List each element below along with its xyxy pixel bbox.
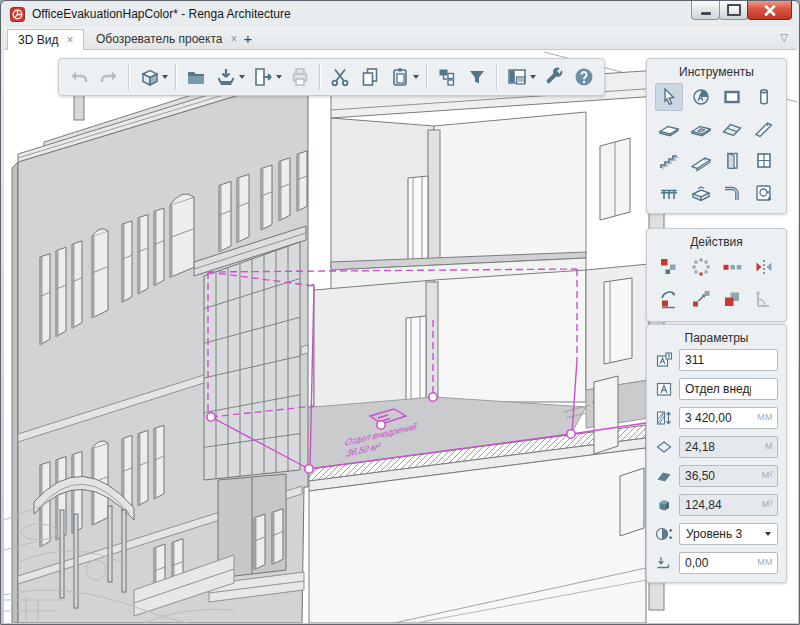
filter-icon [465, 65, 489, 89]
tool-window-button[interactable] [750, 147, 778, 175]
minimize-icon [701, 12, 711, 15]
tool-select-button[interactable] [655, 83, 683, 111]
panels-layout-button[interactable] [502, 62, 532, 92]
tab-project-explorer[interactable]: Обозреватель проекта × [85, 29, 248, 49]
room-name-input[interactable] [679, 378, 778, 400]
param-row-name [655, 378, 778, 400]
action-circular-array-button[interactable] [687, 253, 715, 281]
beam-icon [752, 117, 776, 141]
room-number-icon [655, 351, 673, 369]
window-icon [752, 149, 776, 173]
tool-ramp-button[interactable] [687, 147, 715, 175]
tools-panel-title: Инструменты [647, 59, 786, 83]
copy-object-icon [720, 287, 744, 311]
export-dropdown-icon[interactable] [276, 75, 282, 79]
tool-beam-button[interactable] [750, 115, 778, 143]
level-value: Уровень 3 [686, 527, 742, 541]
action-copy-object-button[interactable] [718, 285, 746, 313]
filter-button[interactable] [462, 62, 492, 92]
tool-wall-button[interactable] [718, 83, 746, 111]
action-move-button[interactable] [655, 253, 683, 281]
floor-icon [657, 117, 681, 141]
circular-array-icon [689, 255, 713, 279]
move-icon [657, 255, 681, 279]
maximize-button[interactable] [719, 1, 748, 20]
corner-icon [752, 287, 776, 311]
settings-button[interactable] [539, 62, 569, 92]
tab-close-icon[interactable]: × [230, 33, 237, 45]
undo-button[interactable] [64, 62, 94, 92]
tab-3d-view[interactable]: 3D Вид × [7, 29, 84, 50]
tool-railing-button[interactable] [655, 179, 683, 207]
linear-array-icon [720, 255, 744, 279]
level-icon [655, 525, 673, 543]
perimeter-value [679, 436, 778, 458]
volume-unit: м³ [762, 499, 773, 509]
tab-overflow-icon[interactable]: ▽ [780, 32, 788, 43]
copy-properties-button[interactable] [432, 62, 462, 92]
actions-panel: Действия [646, 228, 787, 322]
paste-dropdown-icon[interactable] [413, 75, 419, 79]
window-title: OfficeEvakuationHapColor* - Renga Archit… [32, 7, 291, 21]
copy-properties-icon [435, 65, 459, 89]
3d-view-button[interactable] [134, 62, 164, 92]
param-row-offset: мм [655, 552, 778, 574]
room-number-input[interactable] [679, 349, 778, 371]
cut-icon [328, 65, 352, 89]
open-folder-icon [184, 65, 208, 89]
help-button[interactable] [569, 62, 599, 92]
export-button[interactable] [248, 62, 278, 92]
column-icon [752, 85, 776, 109]
actions-panel-title: Действия [647, 229, 786, 253]
level-dropdown[interactable]: Уровень 3 [679, 523, 778, 545]
tool-duct-button[interactable] [718, 179, 746, 207]
tool-stairs-button[interactable] [655, 147, 683, 175]
minimize-button[interactable] [691, 1, 720, 20]
paste-button[interactable] [385, 62, 415, 92]
undo-icon [67, 65, 91, 89]
3d-viewport[interactable]: Отдел внедрений 36,50 м² [4, 50, 798, 623]
3d-view-icon [137, 65, 161, 89]
tool-door-button[interactable] [718, 147, 746, 175]
mirror-icon [752, 255, 776, 279]
height-icon [655, 409, 673, 427]
action-scale-button[interactable] [687, 285, 715, 313]
railing-icon [657, 181, 681, 205]
action-rotate-button[interactable] [655, 285, 683, 313]
tool-plate-button[interactable] [687, 179, 715, 207]
tool-roof-button[interactable] [718, 115, 746, 143]
tool-column-button[interactable] [750, 83, 778, 111]
tool-floor-button[interactable] [655, 115, 683, 143]
help-icon [572, 65, 596, 89]
copy-button[interactable] [355, 62, 385, 92]
perimeter-unit: м [765, 441, 773, 451]
open-project-button[interactable] [181, 62, 211, 92]
action-linear-array-button[interactable] [718, 253, 746, 281]
perimeter-icon [655, 438, 673, 456]
tool-axis-grid-button[interactable] [687, 83, 715, 111]
param-row-number [655, 349, 778, 371]
panels-dropdown-icon[interactable] [530, 75, 536, 79]
save-dropdown-icon[interactable] [239, 75, 245, 79]
param-row-volume: м³ [655, 494, 778, 516]
tool-assembly-button[interactable] [750, 179, 778, 207]
param-row-level: Уровень 3 [655, 523, 778, 545]
save-button[interactable] [211, 62, 241, 92]
3d-view-dropdown-icon[interactable] [162, 75, 168, 79]
action-mirror-button[interactable] [750, 253, 778, 281]
param-row-area: м² [655, 465, 778, 487]
close-button[interactable] [747, 1, 792, 20]
cut-button[interactable] [325, 62, 355, 92]
offset-icon [655, 554, 673, 572]
tab-label: Обозреватель проекта [96, 32, 222, 46]
print-button[interactable] [285, 62, 315, 92]
offset-unit: мм [757, 557, 773, 567]
redo-button[interactable] [94, 62, 124, 92]
action-corner-button[interactable] [750, 285, 778, 313]
tool-opening-button[interactable] [687, 115, 715, 143]
parameters-panel: Параметры [646, 324, 787, 583]
ramp-icon [689, 149, 713, 173]
tab-close-icon[interactable]: × [66, 34, 73, 46]
tab-bar: 3D Вид × Обозреватель проекта × + ▽ [4, 27, 796, 50]
add-tab-button[interactable]: + [238, 30, 258, 48]
